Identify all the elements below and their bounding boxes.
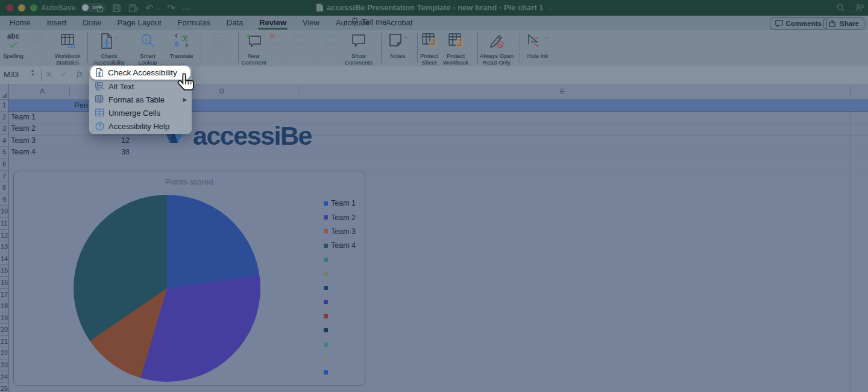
profile-icon[interactable]: [855, 3, 864, 14]
menu-item-accessibility-help[interactable]: Accessibility Help: [89, 119, 192, 133]
legend-item[interactable]: [324, 256, 356, 264]
legend-item[interactable]: [324, 341, 356, 348]
row-header[interactable]: 14: [0, 253, 8, 265]
row-header[interactable]: 10: [0, 206, 8, 218]
cell-a5[interactable]: Team 4: [11, 147, 36, 159]
legend-item[interactable]: Team 4: [324, 242, 356, 249]
row-header[interactable]: 7: [0, 171, 8, 183]
name-box-stepper[interactable]: ▴▾: [31, 68, 34, 77]
show-comments-icon: [351, 33, 366, 51]
row-header[interactable]: 6: [0, 159, 8, 171]
row-header[interactable]: 12: [0, 230, 8, 242]
row-header[interactable]: 15: [0, 265, 8, 277]
pie-chart[interactable]: [74, 195, 260, 382]
insert-function-icon[interactable]: fx: [77, 69, 83, 79]
row-header[interactable]: 9: [0, 194, 8, 206]
legend-swatch: [324, 215, 328, 220]
legend-swatch: [324, 328, 328, 332]
row-header[interactable]: 18: [0, 300, 8, 312]
ribbon-tab[interactable]: Draw: [83, 16, 101, 30]
row-header[interactable]: 16: [0, 277, 8, 289]
legend-swatch: [324, 229, 328, 233]
row-header[interactable]: 23: [0, 359, 8, 371]
ribbon: abc Spelling Thesaurus 123 WorkbookStati…: [0, 30, 868, 66]
submenu-arrow-icon: ▶: [183, 97, 187, 103]
hide-ink-button[interactable]: ⌵ Hide Ink: [512, 33, 563, 59]
cell-a4[interactable]: Team 3: [11, 135, 36, 147]
formula-input[interactable]: [90, 66, 863, 84]
excel-window: AutoSave OFF ↶ ⌵ ↷ ⋯ accessiBe Presentat…: [0, 0, 868, 392]
legend-item[interactable]: [324, 327, 356, 334]
ribbon-tab[interactable]: Insert: [47, 16, 67, 30]
legend-item[interactable]: [324, 369, 356, 376]
legend-item[interactable]: Team 1: [324, 200, 356, 207]
lightbulb-icon: [351, 17, 358, 27]
row-headers[interactable]: 1234567891011121314151617181920212223242…: [0, 100, 9, 392]
legend-item[interactable]: Team 3: [324, 228, 356, 235]
row-header[interactable]: 5: [0, 147, 8, 159]
legend-swatch: [324, 356, 328, 361]
enter-icon: ✓: [60, 70, 67, 79]
share-button[interactable]: Share: [823, 17, 864, 30]
legend-label: Team 2: [331, 213, 356, 222]
name-box[interactable]: M33: [4, 70, 19, 79]
row-header[interactable]: 19: [0, 312, 8, 324]
ribbon-tab[interactable]: Review: [259, 16, 286, 30]
row-header[interactable]: 1: [0, 100, 8, 112]
legend-item[interactable]: [324, 284, 356, 291]
column-header-d[interactable]: D: [219, 87, 224, 95]
row-header[interactable]: 11: [0, 218, 8, 230]
chart-legend: Team 1 Team 2 Team 3 Team 4: [324, 200, 356, 376]
comments-button[interactable]: Comments: [770, 17, 827, 30]
accessibility-help-icon: [95, 122, 104, 131]
share-icon: [829, 20, 837, 27]
hand-cursor: [176, 72, 197, 94]
cell-c5[interactable]: 38: [96, 147, 130, 159]
ribbon-tab[interactable]: Data: [227, 16, 243, 30]
cell-a2[interactable]: Team 1: [11, 112, 36, 124]
legend-item[interactable]: Team 2: [324, 213, 356, 221]
ribbon-tab[interactable]: Formulas: [178, 16, 210, 30]
document-title-area: accessiBe Presentation Template - new br…: [0, 3, 868, 13]
chart-card[interactable]: Points scored Team 1 Team 2: [13, 171, 365, 386]
legend-item[interactable]: [324, 312, 356, 320]
ribbon-tab[interactable]: Page Layout: [118, 16, 162, 30]
search-icon[interactable]: [836, 3, 845, 14]
tell-me-control[interactable]: Tell me: [351, 17, 386, 27]
ribbon-tab[interactable]: View: [303, 16, 319, 30]
legend-swatch: [324, 244, 328, 248]
row-header[interactable]: 24: [0, 371, 8, 384]
legend-item[interactable]: [324, 355, 356, 362]
row-header[interactable]: 17: [0, 289, 8, 301]
legend-item[interactable]: [324, 299, 356, 306]
hide-ink-icon: [527, 33, 544, 51]
legend-label: Team 3: [331, 227, 356, 236]
menu-item-format-as-table[interactable]: Format as Table ▶: [89, 93, 192, 106]
title-chevron-icon[interactable]: ⌵: [547, 5, 552, 11]
row-header[interactable]: 20: [0, 324, 8, 336]
row-header[interactable]: 8: [0, 182, 8, 194]
chart-title: Points scored: [14, 177, 365, 186]
svg-text:a: a: [174, 39, 179, 48]
row-header[interactable]: 4: [0, 135, 8, 147]
unmerge-cells-icon: [95, 109, 104, 117]
row-header[interactable]: 2: [0, 112, 8, 124]
notes-icon: [388, 33, 403, 51]
column-header-e[interactable]: E: [560, 87, 565, 95]
column-header-a[interactable]: A: [40, 87, 45, 95]
cell-b1[interactable]: Peri: [74, 100, 88, 112]
cell-c4[interactable]: 12: [96, 135, 130, 147]
ribbon-tab[interactable]: Acrobat: [386, 16, 413, 30]
row-header[interactable]: 25: [0, 383, 8, 392]
row-header[interactable]: 3: [0, 123, 8, 135]
menu-item-label: Format as Table: [108, 95, 165, 104]
menu-item-unmerge-cells[interactable]: Unmerge Cells: [89, 106, 192, 119]
menu-item-label: Alt Text: [108, 82, 134, 91]
ribbon-tab[interactable]: Home: [10, 16, 31, 30]
cell-a3[interactable]: Team 2: [11, 123, 36, 135]
row-header[interactable]: 22: [0, 347, 8, 359]
legend-item[interactable]: [324, 270, 356, 277]
select-all-corner[interactable]: [0, 84, 9, 100]
row-header[interactable]: 21: [0, 336, 8, 348]
row-header[interactable]: 13: [0, 241, 8, 253]
